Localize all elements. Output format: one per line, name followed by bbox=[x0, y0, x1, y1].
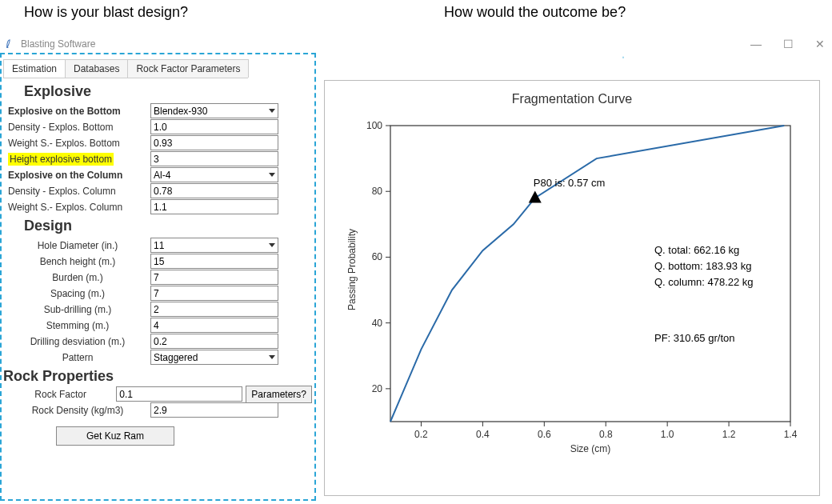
input-burden[interactable] bbox=[150, 270, 278, 285]
svg-text:1.2: 1.2 bbox=[722, 429, 736, 440]
q-column: Q. column: 478.22 kg bbox=[654, 276, 754, 288]
input-density-bottom[interactable] bbox=[150, 119, 278, 134]
input-weight-bottom[interactable] bbox=[150, 135, 278, 150]
label-rock-factor: Rock Factor bbox=[8, 389, 116, 400]
titlebar: Blasting Software — ☐ ✕ bbox=[0, 32, 832, 56]
input-explosive-column[interactable] bbox=[150, 167, 278, 182]
annotation-q2: How would the outcome be? bbox=[444, 4, 626, 21]
pf-label: PF: 310.65 gr/ton bbox=[654, 332, 734, 344]
get-kuz-ram-button[interactable]: Get Kuz Ram bbox=[56, 426, 174, 446]
label-burden: Burden (m.) bbox=[8, 272, 150, 283]
label-weight-bottom: Weight S.- Explos. Bottom bbox=[8, 138, 150, 149]
tab-rock-factor-parameters[interactable]: Rock Factor Parameters bbox=[127, 59, 249, 78]
p80-label: P80 is: 0.57 cm bbox=[534, 177, 606, 189]
label-density-column: Density - Explos. Column bbox=[8, 186, 150, 197]
label-rock-density: Rock Density (kg/m3) bbox=[8, 405, 150, 416]
svg-text:100: 100 bbox=[366, 120, 382, 131]
x-axis-label: Size (cm) bbox=[570, 443, 611, 454]
input-subdrilling[interactable] bbox=[150, 302, 278, 317]
annotation-q1: How is your blast design? bbox=[24, 4, 188, 21]
svg-text:0.4: 0.4 bbox=[476, 429, 490, 440]
tab-strip: Estimation Databases Rock Factor Paramet… bbox=[3, 59, 248, 78]
label-deviation: Drilling desviation (m.) bbox=[8, 336, 150, 347]
q-total: Q. total: 662.16 kg bbox=[654, 244, 739, 256]
window-title: Blasting Software bbox=[21, 38, 95, 50]
label-height-bottom: Height explosive bottom bbox=[8, 153, 114, 166]
tab-estimation[interactable]: Estimation bbox=[3, 59, 66, 78]
tab-databases[interactable]: Databases bbox=[65, 59, 128, 78]
svg-text:1.4: 1.4 bbox=[784, 429, 798, 440]
label-spacing: Spacing (m.) bbox=[8, 288, 150, 299]
label-hole-diameter: Hole Diameter (in.) bbox=[8, 240, 150, 251]
svg-text:60: 60 bbox=[372, 251, 383, 262]
parameters-button[interactable]: Parameters? bbox=[246, 386, 312, 403]
input-rock-density[interactable] bbox=[150, 402, 278, 418]
svg-marker-3 bbox=[622, 58, 624, 59]
svg-text:40: 40 bbox=[372, 318, 383, 329]
input-density-column[interactable] bbox=[150, 183, 278, 198]
section-rock-properties: Rock Properties bbox=[3, 368, 312, 385]
label-bench-height: Bench height (m.) bbox=[8, 256, 150, 267]
label-weight-column: Weight S.- Explos. Column bbox=[8, 202, 150, 213]
input-height-bottom[interactable] bbox=[150, 151, 278, 166]
label-subdrilling: Sub-drilling (m.) bbox=[8, 304, 150, 315]
input-explosive-bottom[interactable] bbox=[150, 103, 278, 118]
svg-text:0.2: 0.2 bbox=[414, 429, 428, 440]
input-weight-column[interactable] bbox=[150, 199, 278, 214]
input-rock-factor[interactable] bbox=[116, 386, 242, 402]
chart-title: Fragmentation Curve bbox=[325, 92, 819, 106]
label-density-bottom: Density - Explos. Bottom bbox=[8, 122, 150, 133]
chart-series bbox=[390, 126, 784, 422]
y-axis: 20406080100 Passing Probability bbox=[346, 120, 390, 394]
input-bench-height[interactable] bbox=[150, 254, 278, 269]
svg-text:20: 20 bbox=[372, 383, 383, 394]
label-stemming: Stemming (m.) bbox=[8, 320, 150, 331]
svg-rect-4 bbox=[390, 126, 790, 422]
label-explosive-column: Explosive on the Column bbox=[8, 170, 150, 181]
chart-plot: 0.20.40.60.81.01.21.4 Size (cm) 20406080… bbox=[374, 118, 806, 462]
x-axis: 0.20.40.60.81.01.21.4 Size (cm) bbox=[414, 422, 798, 454]
input-deviation[interactable] bbox=[150, 334, 278, 349]
label-pattern: Pattern bbox=[8, 352, 150, 363]
svg-text:0.6: 0.6 bbox=[538, 429, 551, 440]
section-design: Design bbox=[24, 218, 312, 234]
chart-panel: Fragmentation Curve 0.20.40.60.81.01.21.… bbox=[324, 80, 820, 496]
input-spacing[interactable] bbox=[150, 286, 278, 301]
svg-text:1.0: 1.0 bbox=[661, 429, 674, 440]
p80-marker bbox=[529, 190, 542, 202]
y-axis-label: Passing Probability bbox=[346, 229, 358, 310]
estimation-form: Explosive Explosive on the Bottom Densit… bbox=[8, 80, 312, 446]
section-explosive: Explosive bbox=[24, 83, 312, 100]
window-close-button[interactable]: ✕ bbox=[814, 38, 826, 50]
svg-text:80: 80 bbox=[372, 186, 383, 197]
input-pattern[interactable] bbox=[150, 350, 278, 365]
window-minimize-button[interactable]: — bbox=[750, 38, 762, 50]
svg-text:0.8: 0.8 bbox=[599, 429, 613, 440]
window-maximize-button[interactable]: ☐ bbox=[782, 38, 794, 50]
q-bottom: Q. bottom: 183.93 kg bbox=[654, 260, 751, 272]
app-icon bbox=[5, 38, 16, 50]
input-hole-diameter[interactable] bbox=[150, 238, 278, 253]
input-stemming[interactable] bbox=[150, 318, 278, 333]
label-explosive-bottom: Explosive on the Bottom bbox=[8, 106, 150, 117]
